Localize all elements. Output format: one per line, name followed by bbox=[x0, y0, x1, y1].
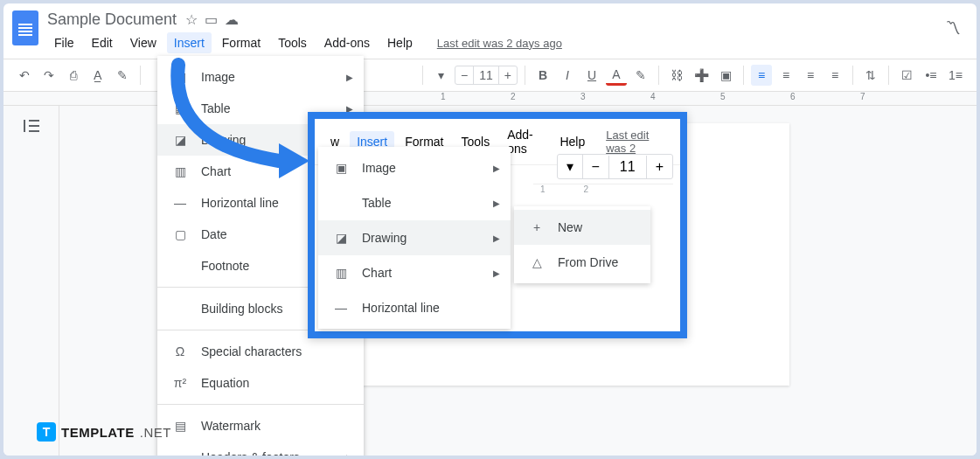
template-badge: T TEMPLATE.NET bbox=[37, 422, 171, 442]
separator bbox=[743, 66, 744, 85]
callout-ruler: 1 2 bbox=[533, 184, 673, 196]
line-spacing-button[interactable]: ⇅ bbox=[860, 65, 881, 86]
menu-item-label: Chart bbox=[362, 266, 392, 280]
ruler-mark: 2 bbox=[584, 184, 589, 196]
align-center-button[interactable]: ≡ bbox=[775, 65, 796, 86]
menu-edit[interactable]: Edit bbox=[85, 32, 120, 53]
callout-menu-item-image[interactable]: ▣ Image ▶ bbox=[318, 150, 511, 185]
activity-icon[interactable]: 〽 bbox=[945, 19, 961, 38]
undo-button[interactable]: ↶ bbox=[14, 65, 35, 86]
bold-button[interactable]: B bbox=[532, 65, 553, 86]
comment-button[interactable]: ➕ bbox=[691, 65, 712, 86]
chevron-down-icon[interactable]: ▾ bbox=[558, 155, 583, 178]
minus-icon[interactable]: − bbox=[583, 156, 609, 178]
header: Sample Document ☆ ▭ ☁ File Edit View Ins… bbox=[3, 3, 977, 53]
move-icon[interactable]: ▭ bbox=[205, 11, 218, 28]
ruler: 1 2 3 4 5 6 7 bbox=[3, 92, 977, 106]
bulleted-list-button[interactable]: •≡ bbox=[921, 65, 942, 86]
ruler-mark: 4 bbox=[650, 92, 656, 101]
checklist-button[interactable]: ☑ bbox=[896, 65, 917, 86]
outline-panel[interactable] bbox=[3, 106, 59, 456]
callout-menu-help[interactable]: Help bbox=[553, 131, 592, 152]
ruler-mark: 3 bbox=[580, 92, 586, 101]
menu-insert[interactable]: Insert bbox=[167, 32, 212, 53]
document-title[interactable]: Sample Document bbox=[47, 10, 177, 29]
underline-button[interactable]: U bbox=[581, 65, 602, 86]
menu-item-label: Image bbox=[201, 70, 235, 84]
callout-insert-dropdown: ▣ Image ▶ Table ▶ ◪ Drawing ▶ ▥ Chart ▶ … bbox=[318, 147, 511, 329]
drawing-submenu: + New △ From Drive bbox=[514, 206, 650, 283]
menu-addons[interactable]: Add-ons bbox=[317, 32, 377, 53]
separator bbox=[888, 66, 889, 85]
fontsize-value[interactable]: 11 bbox=[609, 156, 647, 178]
brand-text: .NET bbox=[140, 425, 171, 440]
menu-item-image[interactable]: ▣ Image ▶ bbox=[157, 61, 364, 93]
menu-item-label: Horizontal line bbox=[362, 301, 440, 315]
last-edit-link[interactable]: Last edit was 2 days ago bbox=[430, 33, 569, 53]
text-color-button[interactable]: A bbox=[606, 65, 627, 86]
align-left-button[interactable]: ≡ bbox=[751, 65, 772, 86]
menu-help[interactable]: Help bbox=[380, 32, 420, 53]
toolbar: ↶ ↷ ⎙ A̲ ✎ ▾ − 11 + B I U A ✎ ⛓ ➕ ▣ ≡ ≡ … bbox=[3, 59, 977, 92]
menu-item-label: Footnote bbox=[201, 259, 249, 273]
menu-item-label: Special characters bbox=[201, 344, 302, 358]
numbered-list-button[interactable]: 1≡ bbox=[945, 65, 966, 86]
chevron-right-icon: ▶ bbox=[493, 163, 500, 173]
redo-button[interactable]: ↷ bbox=[38, 65, 59, 86]
menu-tools[interactable]: Tools bbox=[271, 32, 314, 53]
menu-file[interactable]: File bbox=[47, 32, 81, 53]
cloud-icon[interactable]: ☁ bbox=[225, 11, 239, 28]
callout-fontsize-control[interactable]: ▾ − 11 + bbox=[557, 154, 673, 179]
callout-menu-item-table[interactable]: Table ▶ bbox=[318, 185, 511, 220]
menu-item-label: Table bbox=[201, 101, 230, 115]
plus-icon[interactable]: + bbox=[499, 66, 517, 84]
menu-item-watermark[interactable]: ▤ Watermark bbox=[157, 410, 364, 442]
menu-item-special[interactable]: Ω Special characters bbox=[157, 336, 364, 367]
separator bbox=[852, 66, 853, 85]
menu-item-label: Chart bbox=[201, 164, 231, 178]
ruler-mark: 6 bbox=[790, 92, 796, 101]
font-dropdown[interactable]: ▾ bbox=[430, 65, 451, 86]
separator bbox=[422, 66, 423, 85]
menu-item-equation[interactable]: π² Equation bbox=[157, 367, 364, 399]
plus-icon[interactable]: + bbox=[647, 156, 672, 178]
italic-button[interactable]: I bbox=[557, 65, 578, 86]
highlight-button[interactable]: ✎ bbox=[630, 65, 651, 86]
menu-view[interactable]: View bbox=[123, 32, 163, 53]
minus-icon[interactable]: − bbox=[455, 66, 473, 84]
footnote-icon bbox=[171, 257, 189, 275]
separator bbox=[525, 66, 525, 85]
ruler-mark: 1 bbox=[441, 92, 446, 101]
chevron-right-icon: ▶ bbox=[346, 73, 353, 82]
fontsize-stepper[interactable]: − 11 + bbox=[455, 66, 518, 85]
menu-item-label: New bbox=[558, 220, 582, 234]
menu-item-headers[interactable]: Headers & footers ▶ bbox=[157, 442, 364, 456]
align-right-button[interactable]: ≡ bbox=[800, 65, 821, 86]
callout-menu-item-hline[interactable]: — Horizontal line bbox=[318, 290, 511, 325]
chart-icon: ▥ bbox=[171, 163, 189, 180]
separator bbox=[658, 66, 659, 85]
table-icon bbox=[332, 194, 350, 212]
image-button[interactable]: ▣ bbox=[715, 65, 736, 86]
menubar: File Edit View Insert Format Tools Add-o… bbox=[47, 32, 968, 53]
paint-format-button[interactable]: ✎ bbox=[112, 65, 133, 86]
menu-item-label: Image bbox=[362, 161, 396, 175]
drawing-icon: ◪ bbox=[332, 229, 350, 247]
align-justify-button[interactable]: ≡ bbox=[824, 65, 845, 86]
calendar-icon: ▢ bbox=[171, 226, 189, 243]
ruler-mark: 7 bbox=[860, 92, 865, 101]
brand-text: TEMPLATE bbox=[61, 425, 135, 440]
submenu-item-from-drive[interactable]: △ From Drive bbox=[514, 245, 650, 280]
omega-icon: Ω bbox=[171, 343, 189, 360]
callout-menu-item-chart[interactable]: ▥ Chart ▶ bbox=[318, 255, 511, 290]
menu-item-label: Drawing bbox=[201, 133, 246, 147]
fontsize-value[interactable]: 11 bbox=[473, 66, 499, 84]
star-icon[interactable]: ☆ bbox=[185, 11, 198, 28]
menu-format[interactable]: Format bbox=[215, 32, 268, 53]
spellcheck-button[interactable]: A̲ bbox=[87, 65, 108, 86]
submenu-item-new[interactable]: + New bbox=[514, 210, 650, 245]
callout-menu-item-drawing[interactable]: ◪ Drawing ▶ bbox=[318, 220, 511, 255]
link-button[interactable]: ⛓ bbox=[666, 65, 687, 86]
docs-logo-icon[interactable] bbox=[12, 10, 38, 45]
print-button[interactable]: ⎙ bbox=[63, 65, 84, 86]
